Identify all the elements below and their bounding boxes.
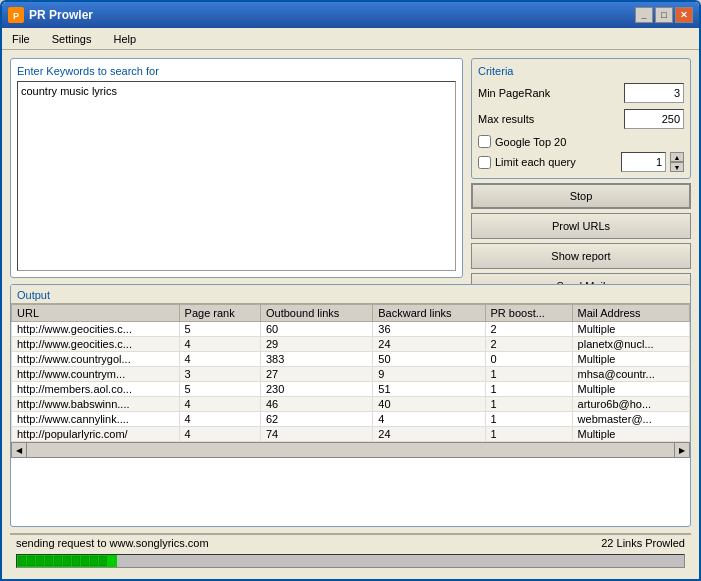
cell-2: 29 (260, 337, 372, 352)
cell-5: Multiple (572, 322, 689, 337)
progress-segment (81, 556, 89, 566)
cell-4: 2 (485, 337, 572, 352)
cell-2: 230 (260, 382, 372, 397)
output-title: Output (11, 285, 690, 304)
google-top20-label: Google Top 20 (495, 136, 566, 148)
col-pagerank: Page rank (179, 305, 260, 322)
spinner-down-button[interactable]: ▼ (670, 162, 684, 172)
cell-0: http://www.babswinn.... (12, 397, 180, 412)
table-row: http://www.babswinn....446401arturo6b@ho… (12, 397, 690, 412)
progress-bar-fill (17, 555, 117, 567)
limit-query-checkbox[interactable] (478, 156, 491, 169)
min-pagerank-row: Min PageRank (478, 83, 684, 103)
cell-1: 4 (179, 427, 260, 442)
title-controls: _ □ ✕ (635, 7, 693, 23)
table-row: http://popularlyric.com/474241Multiple (12, 427, 690, 442)
limit-spinner-row: ▲ ▼ (621, 152, 684, 172)
right-panel: Criteria Min PageRank Max results Google… (471, 58, 691, 278)
col-prboost: PR boost... (485, 305, 572, 322)
close-button[interactable]: ✕ (675, 7, 693, 23)
cell-2: 74 (260, 427, 372, 442)
menu-file[interactable]: File (6, 31, 36, 47)
cell-5: Multiple (572, 382, 689, 397)
cell-3: 24 (373, 337, 485, 352)
col-backward: Backward links (373, 305, 485, 322)
progress-segment (54, 556, 62, 566)
cell-0: http://www.geocities.c... (12, 322, 180, 337)
title-bar-left: P PR Prowler (8, 7, 93, 23)
cell-2: 62 (260, 412, 372, 427)
svg-text:P: P (13, 11, 19, 21)
progress-segment (36, 556, 44, 566)
spinner-up-button[interactable]: ▲ (670, 152, 684, 162)
cell-3: 4 (373, 412, 485, 427)
window-title: PR Prowler (29, 8, 93, 22)
cell-1: 3 (179, 367, 260, 382)
main-content: Enter Keywords to search for Criteria Mi… (2, 50, 699, 579)
keywords-title: Enter Keywords to search for (17, 65, 456, 77)
max-results-row: Max results (478, 109, 684, 129)
cell-1: 4 (179, 352, 260, 367)
progress-segment (72, 556, 80, 566)
minimize-button[interactable]: _ (635, 7, 653, 23)
keywords-input[interactable] (17, 81, 456, 271)
cell-4: 1 (485, 427, 572, 442)
show-report-button[interactable]: Show report (471, 243, 691, 269)
cell-4: 2 (485, 322, 572, 337)
cell-0: http://www.cannylink.... (12, 412, 180, 427)
cell-4: 0 (485, 352, 572, 367)
cell-5: Multiple (572, 427, 689, 442)
limit-query-label: Limit each query (495, 156, 576, 168)
table-scroll-wrapper[interactable]: URL Page rank Outbound links Backward li… (11, 304, 690, 442)
horizontal-scrollbar: ◀ ▶ (11, 442, 690, 458)
keywords-panel: Enter Keywords to search for (10, 58, 463, 278)
cell-3: 50 (373, 352, 485, 367)
cell-4: 1 (485, 367, 572, 382)
max-results-input[interactable] (624, 109, 684, 129)
status-right: 22 Links Prowled (601, 537, 685, 549)
progress-segment (45, 556, 53, 566)
cell-5: webmaster@... (572, 412, 689, 427)
cell-2: 383 (260, 352, 372, 367)
col-mail: Mail Address (572, 305, 689, 322)
stop-button[interactable]: Stop (471, 183, 691, 209)
cell-1: 4 (179, 337, 260, 352)
min-pagerank-input[interactable] (624, 83, 684, 103)
cell-0: http://www.countrygol... (12, 352, 180, 367)
status-left: sending request to www.songlyrics.com (16, 537, 209, 549)
scroll-track[interactable] (27, 443, 674, 457)
menu-bar: File Settings Help (2, 28, 699, 50)
limit-value-input[interactable] (621, 152, 666, 172)
cell-3: 36 (373, 322, 485, 337)
menu-help[interactable]: Help (107, 31, 142, 47)
output-panel: Output URL Page rank Outbound links Back… (10, 284, 691, 527)
cell-4: 1 (485, 382, 572, 397)
cell-5: mhsa@countr... (572, 367, 689, 382)
cell-5: arturo6b@ho... (572, 397, 689, 412)
menu-settings[interactable]: Settings (46, 31, 98, 47)
col-outbound: Outbound links (260, 305, 372, 322)
bottom-area: sending request to www.songlyrics.com 22… (10, 533, 691, 571)
cell-3: 24 (373, 427, 485, 442)
table-header-row: URL Page rank Outbound links Backward li… (12, 305, 690, 322)
cell-1: 5 (179, 382, 260, 397)
prowl-urls-button[interactable]: Prowl URLs (471, 213, 691, 239)
scroll-left-button[interactable]: ◀ (11, 442, 27, 458)
cell-1: 4 (179, 412, 260, 427)
app-icon: P (8, 7, 24, 23)
limit-query-row: Limit each query (478, 156, 576, 169)
cell-0: http://members.aol.co... (12, 382, 180, 397)
cell-1: 5 (179, 322, 260, 337)
cell-2: 27 (260, 367, 372, 382)
criteria-panel: Criteria Min PageRank Max results Google… (471, 58, 691, 179)
table-row: http://www.geocities.c...560362Multiple (12, 322, 690, 337)
progress-segment (63, 556, 71, 566)
google-top20-checkbox[interactable] (478, 135, 491, 148)
scroll-right-button[interactable]: ▶ (674, 442, 690, 458)
maximize-button[interactable]: □ (655, 7, 673, 23)
top-section: Enter Keywords to search for Criteria Mi… (10, 58, 691, 278)
cell-5: planetx@nucl... (572, 337, 689, 352)
table-row: http://www.countrym...32791mhsa@countr..… (12, 367, 690, 382)
results-table: URL Page rank Outbound links Backward li… (11, 304, 690, 442)
table-row: http://www.countrygol...4383500Multiple (12, 352, 690, 367)
